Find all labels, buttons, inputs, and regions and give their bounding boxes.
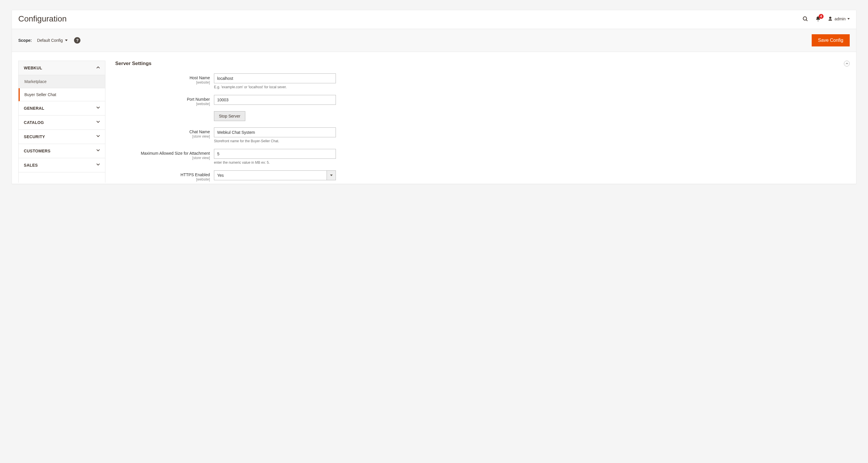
chevron-down-icon [96, 149, 100, 153]
sidebar-group-sales[interactable]: SALES [19, 158, 105, 173]
chevron-down-icon [96, 106, 100, 110]
chevron-down-icon [96, 163, 100, 167]
sidebar-group-webkul-items: Marketplace Buyer Seller Chat [19, 75, 105, 101]
field-scope: [website] [115, 177, 210, 181]
sidebar-item-buyer-seller-chat[interactable]: Buyer Seller Chat [19, 88, 105, 101]
svg-line-1 [806, 20, 807, 21]
field-label: Chat Name [189, 129, 210, 134]
field-https-enabled: HTTPS Enabled [website] [115, 171, 850, 181]
chat-name-input[interactable] [214, 127, 336, 137]
chevron-down-icon [96, 135, 100, 138]
caret-down-icon [65, 39, 68, 41]
sidebar-group-label: SALES [24, 163, 38, 167]
stop-server-button[interactable]: Stop Server [214, 111, 245, 121]
username: admin [835, 17, 846, 21]
field-scope: [website] [115, 81, 210, 85]
config-sidebar: WEBKUL Marketplace Buyer Seller Chat GEN… [18, 61, 105, 183]
sidebar-item-marketplace[interactable]: Marketplace [19, 75, 105, 88]
sidebar-group-label: SECURITY [24, 134, 45, 139]
field-label: Maximum Allowed Size for Attachment [141, 151, 210, 156]
scope-bar: Scope: Default Config ? Save Config [12, 29, 856, 52]
header-actions: 4 admin [802, 16, 850, 22]
sidebar-group-catalog[interactable]: CATALOG [19, 116, 105, 130]
search-icon[interactable] [802, 16, 808, 22]
sidebar-item-label: Buyer Seller Chat [24, 92, 56, 97]
sidebar-group-label: CUSTOMERS [24, 149, 51, 153]
field-scope: [store view] [115, 156, 210, 160]
section-title: Server Settings [115, 61, 844, 66]
notifications-badge: 4 [819, 14, 824, 19]
https-enabled-value[interactable] [214, 171, 336, 180]
field-chat-name: Chat Name [store view] Storefront name f… [115, 127, 850, 148]
field-hint: Storefront name for the Buyer-Seller Cha… [214, 139, 336, 143]
scope-selector[interactable]: Default Config [37, 38, 68, 43]
section-header: Server Settings [115, 61, 850, 73]
notifications-icon[interactable]: 4 [815, 16, 821, 22]
https-enabled-select[interactable] [214, 171, 336, 180]
max-attachment-input[interactable] [214, 149, 336, 159]
caret-down-icon [847, 18, 850, 20]
content: WEBKUL Marketplace Buyer Seller Chat GEN… [12, 52, 856, 183]
field-label: HTTPS Enabled [181, 173, 210, 177]
help-icon[interactable]: ? [74, 37, 81, 43]
sidebar-group-label: WEBKUL [24, 66, 42, 70]
sidebar-group-label: GENERAL [24, 106, 44, 111]
port-number-input[interactable] [214, 95, 336, 105]
field-host-name: Host Name [website] E.g. 'example.com' o… [115, 73, 850, 94]
sidebar-group-label: CATALOG [24, 120, 44, 125]
field-label: Host Name [190, 75, 210, 80]
field-max-attachment: Maximum Allowed Size for Attachment [sto… [115, 149, 850, 169]
page-title: Configuration [18, 14, 802, 24]
sidebar-group-security[interactable]: SECURITY [19, 130, 105, 144]
field-scope: [website] [115, 102, 210, 106]
host-name-input[interactable] [214, 73, 336, 83]
field-hint: enter the numeric value in MB ex: 5. [214, 160, 336, 164]
chevron-up-icon [96, 66, 100, 70]
account-menu[interactable]: admin [828, 16, 850, 22]
sidebar-group-customers[interactable]: CUSTOMERS [19, 144, 105, 158]
sidebar-group-general[interactable]: GENERAL [19, 101, 105, 116]
svg-point-0 [803, 17, 807, 20]
scope-current: Default Config [37, 38, 63, 43]
field-port-number: Port Number [website] [115, 95, 850, 110]
scope-label: Scope: [18, 38, 32, 43]
chevron-down-icon [96, 121, 100, 124]
field-server-action: Stop Server [115, 111, 850, 126]
user-icon [828, 16, 833, 22]
field-label: Port Number [187, 97, 210, 102]
field-scope: [store view] [115, 134, 210, 138]
main-panel: Server Settings Host Name [website] E.g.… [115, 61, 850, 183]
save-config-button[interactable]: Save Config [812, 34, 850, 47]
sidebar-item-label: Marketplace [24, 79, 46, 84]
field-hint: E.g. 'example.com' or 'localhost' for lo… [214, 85, 336, 89]
header: Configuration 4 admin [12, 10, 856, 29]
page-card: Configuration 4 admin Scope: Default Con… [11, 10, 857, 184]
sidebar-group-webkul[interactable]: WEBKUL [19, 61, 105, 75]
collapse-section-icon[interactable] [844, 61, 850, 66]
